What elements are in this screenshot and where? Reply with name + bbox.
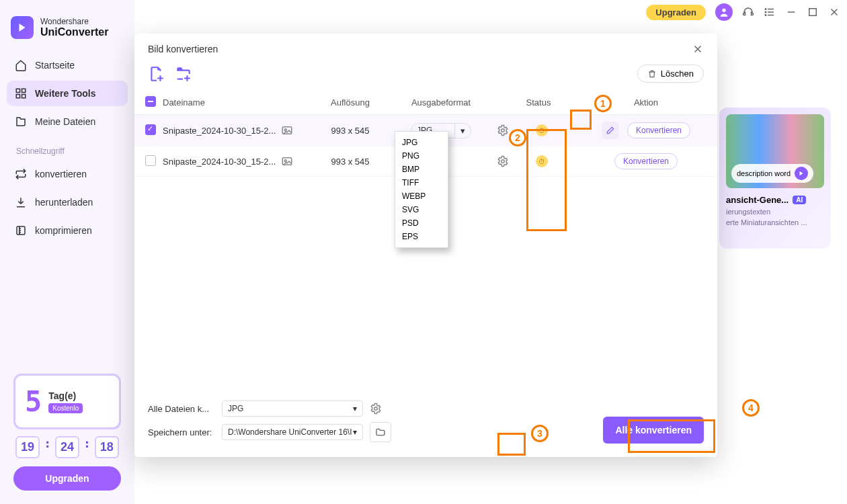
chevron-down-icon[interactable]: ▾	[454, 124, 471, 138]
preview-icon[interactable]	[281, 155, 293, 167]
nav-label: Meine Dateien	[35, 116, 95, 127]
annotation-3: 3	[531, 425, 549, 442]
select-all-checkbox[interactable]	[145, 96, 156, 107]
panel-desc: erte Miniaturansichten ...	[726, 218, 824, 226]
svg-point-9	[765, 9, 766, 10]
svg-point-23	[501, 160, 505, 163]
all-files-format-select[interactable]: JPG▾	[222, 401, 363, 417]
description-pill[interactable]: description word	[731, 164, 813, 183]
svg-rect-13	[809, 9, 817, 16]
panel-title: ansicht-Gene... AI	[726, 195, 824, 205]
annotation-1: 1	[594, 95, 612, 112]
svg-point-24	[374, 407, 378, 411]
dropdown-item[interactable]: TIFF	[395, 176, 448, 190]
trial-days-label: Tag(e)	[48, 390, 83, 401]
col-res: Auflösung	[310, 97, 391, 108]
chevron-down-icon: ▾	[353, 404, 357, 413]
table-header: Dateiname Auflösung Ausgabeformat Status…	[134, 91, 717, 115]
save-to-label: Speichern unter:	[148, 427, 215, 437]
svg-point-5	[722, 9, 725, 12]
settings-icon[interactable]	[370, 403, 382, 415]
convert-all-button[interactable]: Alle konvertieren	[603, 417, 704, 444]
status-pending-icon	[536, 155, 548, 167]
add-file-icon[interactable]	[148, 65, 165, 83]
nav-my-files[interactable]: Meine Dateien	[7, 109, 128, 134]
close-icon[interactable]	[692, 43, 704, 55]
preview-icon[interactable]	[281, 124, 293, 136]
col-status: Status	[491, 97, 586, 108]
nav-label: herunterladen	[35, 197, 93, 208]
nav-label: Weitere Tools	[35, 88, 96, 99]
nav-label: konvertieren	[35, 169, 87, 179]
svg-rect-0	[16, 89, 19, 92]
ai-feature-panel: description word ansicht-Gene... AI ieru…	[719, 108, 831, 249]
file-name: Snipaste_2024-10-30_15-2...	[163, 126, 276, 136]
dropdown-item[interactable]: BMP	[395, 163, 448, 176]
nav: Startseite Weitere Tools Meine Dateien S…	[0, 52, 134, 243]
maximize-icon[interactable]	[807, 6, 819, 18]
file-name: Snipaste_2024-10-30_15-2...	[163, 157, 276, 167]
nav-label: Startseite	[35, 60, 75, 71]
annotation-2: 2	[509, 129, 526, 146]
quick-access-label: Schnellzugriff	[7, 137, 128, 161]
quick-compress[interactable]: komprimieren	[7, 218, 128, 243]
trial-box: 5 Tag(e) Kostenlo 19: 24: 18 Upgraden	[13, 374, 121, 491]
resolution: 993 x 545	[310, 157, 391, 167]
nav-home[interactable]: Startseite	[7, 52, 128, 78]
chevron-down-icon: ▾	[353, 427, 357, 437]
headset-icon[interactable]	[742, 6, 754, 18]
trial-badge: Kostenlo	[48, 403, 83, 413]
minimize-icon[interactable]	[785, 6, 797, 18]
sidebar: Wondershare UniConverter Startseite Weit…	[0, 0, 134, 504]
trial-days-card: 5 Tag(e) Kostenlo	[13, 374, 121, 429]
dropdown-item[interactable]: WEBP	[395, 190, 448, 203]
quick-download[interactable]: herunterladen	[7, 190, 128, 215]
svg-point-22	[285, 160, 287, 162]
col-fmt: Ausgabeformat	[391, 97, 491, 108]
dropdown-item[interactable]: JPG	[395, 136, 448, 149]
add-folder-icon[interactable]	[175, 65, 192, 83]
status-pending-icon	[536, 124, 548, 136]
modal-title: Bild konvertieren	[148, 44, 218, 54]
ai-badge: AI	[793, 196, 806, 204]
menu-list-icon[interactable]	[764, 6, 776, 18]
thumbs-preview: description word	[726, 114, 824, 188]
svg-point-11	[765, 15, 766, 16]
svg-rect-1	[22, 89, 26, 92]
delete-button[interactable]: Löschen	[637, 65, 704, 83]
settings-icon[interactable]	[497, 155, 509, 167]
upgrade-button-sidebar[interactable]: Upgraden	[13, 466, 121, 491]
quick-convert[interactable]: konvertieren	[7, 161, 128, 187]
resolution: 993 x 545	[310, 126, 391, 136]
play-icon	[795, 167, 808, 180]
nav-more-tools[interactable]: Weitere Tools	[7, 81, 128, 106]
dropdown-item[interactable]: SVG	[395, 203, 448, 216]
convert-button[interactable]: Konvertieren	[614, 153, 678, 169]
dropdown-item[interactable]: PNG	[395, 149, 448, 163]
save-path-select[interactable]: D:\Wondershare UniConverter 16\I▾	[222, 424, 363, 440]
row-checkbox[interactable]	[145, 155, 156, 166]
panel-desc: ierungstexten	[726, 208, 824, 216]
logo-mark-icon	[11, 16, 34, 39]
row-checkbox[interactable]	[145, 124, 156, 135]
all-files-label: Alle Dateien k...	[148, 404, 215, 414]
nav-label: komprimieren	[35, 225, 92, 236]
col-name: Dateiname	[163, 97, 310, 108]
upgrade-pill[interactable]: Upgraden	[646, 5, 706, 20]
svg-rect-3	[22, 95, 26, 98]
open-folder-button[interactable]	[370, 422, 391, 442]
modal-footer: Alle Dateien k... JPG▾ Speichern unter: …	[134, 391, 717, 457]
logo-text: Wondershare UniConverter	[40, 17, 108, 38]
dropdown-item[interactable]: PSD	[395, 216, 448, 230]
settings-icon[interactable]	[497, 124, 509, 136]
avatar-icon[interactable]	[715, 3, 733, 21]
convert-button[interactable]: Konvertieren	[627, 122, 690, 138]
trial-timer: 19: 24: 18	[13, 436, 121, 458]
app-logo: Wondershare UniConverter	[0, 7, 134, 52]
dropdown-item[interactable]: EPS	[395, 230, 448, 243]
annotation-4: 4	[742, 399, 760, 417]
close-window-icon[interactable]	[828, 6, 840, 18]
svg-rect-2	[16, 95, 19, 98]
edit-icon[interactable]	[602, 122, 619, 139]
svg-point-20	[501, 129, 505, 132]
